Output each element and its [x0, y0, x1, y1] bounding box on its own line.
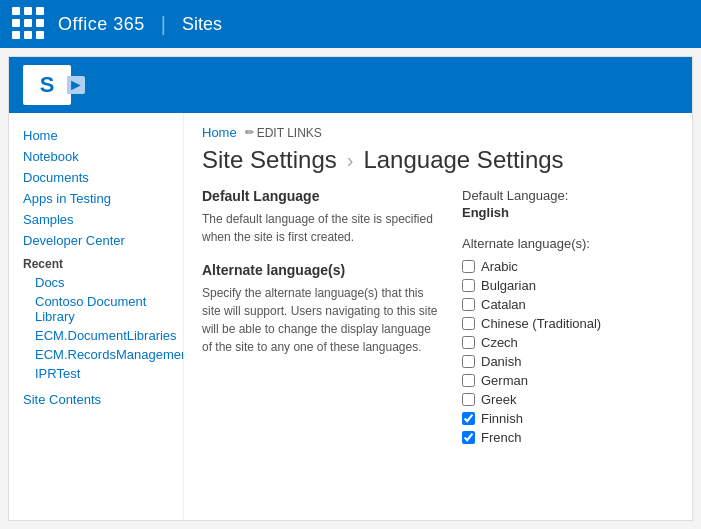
- top-bar: Office 365 | Sites: [0, 0, 701, 48]
- list-item: Bulgarian: [462, 278, 674, 293]
- alt-lang-section-title: Alternate language(s): [202, 262, 442, 278]
- list-item: German: [462, 373, 674, 388]
- lang-label: Finnish: [481, 411, 523, 426]
- lang-label: Czech: [481, 335, 518, 350]
- settings-values: Default Language: English Alternate lang…: [462, 188, 674, 449]
- language-list: ArabicBulgarianCatalanChinese (Tradition…: [462, 259, 674, 445]
- lang-label: French: [481, 430, 521, 445]
- lang-checkbox-finnish[interactable]: [462, 412, 475, 425]
- edit-icon: ✏: [245, 126, 254, 139]
- list-item: Chinese (Traditional): [462, 316, 674, 331]
- sidebar-site-contents[interactable]: Site Contents: [23, 389, 169, 410]
- lang-checkbox-chinese-(traditional)[interactable]: [462, 317, 475, 330]
- sidebar-item-samples[interactable]: Samples: [23, 209, 169, 230]
- main-content-box: S ► Home Notebook Documents Apps in Test…: [8, 56, 693, 521]
- content-area: Home ✏ EDIT LINKS Site Settings › Langua…: [184, 113, 692, 520]
- sidebar-recent-docs[interactable]: Docs: [23, 273, 169, 292]
- edit-links-label: EDIT LINKS: [257, 126, 322, 140]
- lang-label: Chinese (Traditional): [481, 316, 601, 331]
- title-arrow: ›: [347, 149, 354, 172]
- breadcrumb: Home ✏ EDIT LINKS: [202, 125, 674, 140]
- lang-checkbox-czech[interactable]: [462, 336, 475, 349]
- office365-title: Office 365: [58, 14, 145, 35]
- breadcrumb-home[interactable]: Home: [202, 125, 237, 140]
- body-area: Home Notebook Documents Apps in Testing …: [9, 113, 692, 520]
- lang-checkbox-danish[interactable]: [462, 355, 475, 368]
- lang-checkbox-french[interactable]: [462, 431, 475, 444]
- lang-label: Arabic: [481, 259, 518, 274]
- app-launcher-icon[interactable]: [12, 7, 46, 41]
- alt-lang-title: Alternate language(s):: [462, 236, 674, 251]
- lang-label: Catalan: [481, 297, 526, 312]
- settings-descriptions: Default Language The default language of…: [202, 188, 442, 449]
- lang-checkbox-german[interactable]: [462, 374, 475, 387]
- list-item: Arabic: [462, 259, 674, 274]
- alt-lang-section-desc: Specify the alternate language(s) that t…: [202, 284, 442, 356]
- settings-grid: Default Language The default language of…: [202, 188, 674, 449]
- top-bar-divider: |: [161, 13, 166, 36]
- language-settings-title: Language Settings: [363, 146, 563, 174]
- lang-label: Bulgarian: [481, 278, 536, 293]
- sidebar-recent-ecm-doclib[interactable]: ECM.DocumentLibraries: [23, 326, 169, 345]
- page-title: Site Settings › Language Settings: [202, 146, 674, 174]
- sidebar-item-home[interactable]: Home: [23, 125, 169, 146]
- sidebar-item-developer-center[interactable]: Developer Center: [23, 230, 169, 251]
- lang-checkbox-greek[interactable]: [462, 393, 475, 406]
- default-lang-label: Default Language:: [462, 188, 674, 203]
- sidebar-recent-contoso[interactable]: Contoso Document Library: [23, 292, 169, 326]
- list-item: Greek: [462, 392, 674, 407]
- list-item: Czech: [462, 335, 674, 350]
- sp-logo-bar: S ►: [9, 57, 692, 113]
- sidebar: Home Notebook Documents Apps in Testing …: [9, 113, 184, 520]
- sidebar-recent-ecm-records[interactable]: ECM.RecordsManagement: [23, 345, 169, 364]
- list-item: French: [462, 430, 674, 445]
- recent-label: Recent: [23, 257, 169, 271]
- list-item: Danish: [462, 354, 674, 369]
- sidebar-item-notebook[interactable]: Notebook: [23, 146, 169, 167]
- site-settings-title: Site Settings: [202, 146, 337, 174]
- lang-label: German: [481, 373, 528, 388]
- edit-links-button[interactable]: ✏ EDIT LINKS: [245, 126, 322, 140]
- sidebar-item-documents[interactable]: Documents: [23, 167, 169, 188]
- sidebar-recent-iprtest[interactable]: IPRTest: [23, 364, 169, 383]
- sites-label: Sites: [182, 14, 222, 35]
- lang-checkbox-arabic[interactable]: [462, 260, 475, 273]
- lang-checkbox-bulgarian[interactable]: [462, 279, 475, 292]
- lang-label: Greek: [481, 392, 516, 407]
- sharepoint-logo-arrow: ►: [67, 76, 85, 94]
- sharepoint-logo: S: [23, 65, 71, 105]
- list-item: Catalan: [462, 297, 674, 312]
- default-lang-value: English: [462, 205, 674, 220]
- default-lang-section-desc: The default language of the site is spec…: [202, 210, 442, 246]
- lang-label: Danish: [481, 354, 521, 369]
- lang-checkbox-catalan[interactable]: [462, 298, 475, 311]
- sidebar-item-apps-testing[interactable]: Apps in Testing: [23, 188, 169, 209]
- list-item: Finnish: [462, 411, 674, 426]
- default-lang-section-title: Default Language: [202, 188, 442, 204]
